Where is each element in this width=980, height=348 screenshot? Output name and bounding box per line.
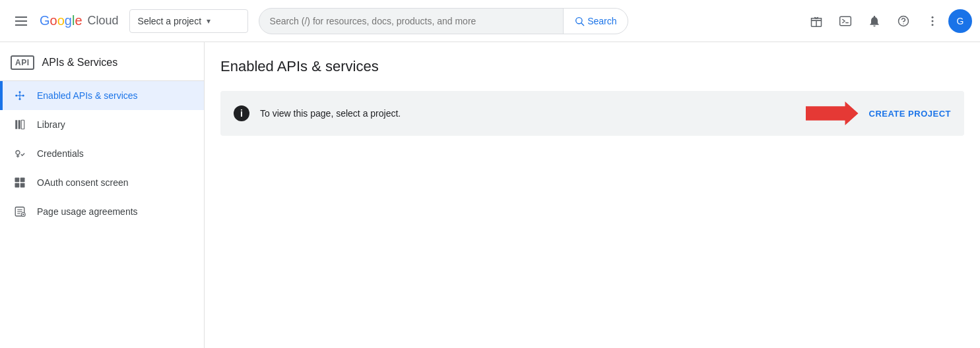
search-icon — [574, 16, 585, 26]
terminal-icon — [839, 14, 852, 28]
sidebar-item-enabled-apis[interactable]: Enabled APIs & services — [0, 81, 204, 110]
cloud-text: Cloud — [88, 14, 119, 28]
more-vert-icon — [926, 14, 939, 28]
svg-point-10 — [932, 16, 934, 18]
sidebar-item-oauth-consent[interactable]: OAuth consent screen — [0, 168, 204, 197]
search-button[interactable]: Search — [563, 9, 627, 34]
bell-icon — [868, 14, 881, 28]
chevron-down-icon: ▾ — [207, 16, 211, 26]
sidebar-item-label-page-usage: Page usage agreements — [37, 206, 138, 217]
sidebar-item-label-library: Library — [37, 119, 65, 130]
sidebar-item-label-enabled-apis: Enabled APIs & services — [37, 90, 138, 101]
page-usage-icon — [13, 205, 26, 218]
svg-point-9 — [903, 23, 903, 24]
user-avatar-button[interactable]: G — [948, 9, 972, 33]
gift-icon-button[interactable] — [803, 8, 830, 34]
project-selector-button[interactable]: Select a project ▾ — [129, 9, 248, 33]
svg-point-8 — [899, 16, 909, 26]
banner-right: CREATE PROJECT — [806, 102, 952, 125]
help-icon-button[interactable] — [890, 8, 917, 34]
library-icon — [13, 118, 26, 131]
help-icon — [897, 14, 910, 28]
page-layout: API APIs & Services Enabled APIs & servi… — [0, 42, 980, 348]
arrow-shape — [806, 102, 859, 125]
sidebar-header: API APIs & Services — [0, 42, 204, 80]
svg-point-15 — [22, 95, 24, 97]
svg-rect-6 — [840, 16, 851, 25]
svg-point-11 — [932, 20, 934, 22]
svg-rect-27 — [15, 183, 20, 188]
search-button-label: Search — [587, 16, 616, 26]
svg-rect-20 — [18, 120, 20, 129]
search-bar: Search — [259, 8, 628, 34]
hamburger-icon — [15, 16, 27, 26]
hamburger-menu-button[interactable] — [8, 8, 34, 34]
svg-rect-26 — [20, 178, 25, 183]
svg-rect-28 — [20, 183, 25, 188]
google-cloud-logo: Google Cloud — [40, 13, 119, 28]
svg-point-16 — [19, 98, 21, 100]
sidebar-item-library[interactable]: Library — [0, 110, 204, 139]
credentials-icon — [13, 147, 26, 160]
sidebar-item-page-usage[interactable]: Page usage agreements — [0, 197, 204, 226]
avatar-label: G — [957, 16, 964, 26]
api-icon — [13, 89, 26, 102]
svg-rect-2 — [15, 24, 27, 26]
oauth-icon — [13, 176, 26, 189]
svg-rect-21 — [21, 120, 24, 129]
info-banner: i To view this page, select a project. C… — [220, 91, 964, 136]
svg-point-22 — [16, 151, 20, 155]
nav-icons: G — [803, 8, 972, 34]
sidebar-item-credentials[interactable]: Credentials — [0, 139, 204, 168]
terminal-icon-button[interactable] — [832, 8, 859, 34]
bell-icon-button[interactable] — [861, 8, 888, 34]
svg-rect-0 — [15, 16, 27, 18]
main-content: Enabled APIs & services i To view this p… — [205, 42, 980, 348]
gift-icon — [810, 14, 823, 28]
info-icon: i — [234, 105, 249, 121]
svg-rect-25 — [15, 178, 20, 183]
sidebar-title: APIs & Services — [42, 57, 118, 69]
sidebar-item-label-credentials: Credentials — [37, 148, 84, 159]
sidebar: API APIs & Services Enabled APIs & servi… — [0, 42, 205, 348]
svg-point-12 — [932, 24, 934, 26]
red-arrow-decoration — [806, 102, 859, 125]
search-input[interactable] — [259, 16, 564, 26]
sidebar-item-label-oauth: OAuth consent screen — [37, 177, 129, 188]
page-title: Enabled APIs & services — [220, 58, 964, 75]
svg-rect-1 — [15, 20, 27, 22]
svg-point-13 — [15, 95, 17, 97]
svg-line-4 — [581, 23, 584, 26]
info-banner-text: To view this page, select a project. — [260, 108, 795, 119]
svg-point-14 — [19, 91, 21, 93]
more-vert-icon-button[interactable] — [919, 8, 946, 34]
svg-rect-19 — [15, 120, 17, 129]
api-badge: API — [11, 55, 34, 70]
top-navigation: Google Cloud Select a project ▾ Search — [0, 0, 980, 42]
create-project-button[interactable]: CREATE PROJECT — [869, 109, 952, 119]
project-selector-label: Select a project — [138, 16, 202, 26]
